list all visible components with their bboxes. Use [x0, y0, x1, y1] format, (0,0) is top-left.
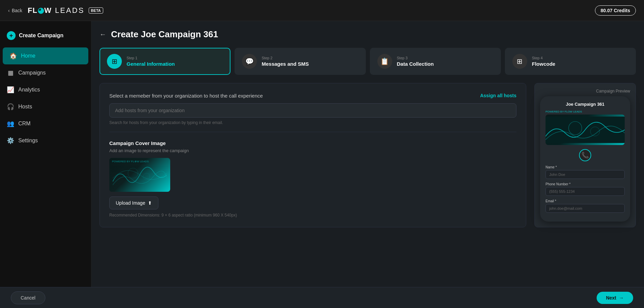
top-header: ‹ Back FL◕W LEADS BETA 80.07 Credits [0, 0, 644, 21]
svg-point-1 [143, 173, 150, 180]
back-label: Back [12, 8, 22, 13]
preview-cover-image [546, 115, 625, 145]
analytics-icon: 📈 [7, 86, 14, 94]
step-card-3[interactable]: 📋 Step 3 Data Collection [370, 48, 501, 75]
main-layout: + Create Campaign 🏠 Home ▦ Campaigns 📈 A… [0, 21, 644, 287]
sidebar-item-settings-label: Settings [18, 138, 38, 144]
preview-phone-input: (555) 555-1234 [546, 187, 625, 196]
upload-icon: ⬆ [148, 200, 152, 206]
assign-all-hosts-button[interactable]: Assign all hosts [480, 93, 516, 98]
next-arrow-icon: → [619, 295, 624, 301]
form-section: Select a memeber from your organization … [99, 83, 526, 227]
plus-icon: + [7, 31, 16, 40]
preview-name-input: John Doe [546, 170, 625, 179]
preview-powered-by: POWERED BY FLOW LEADS [546, 110, 625, 113]
hosts-icon: 🎧 [7, 103, 14, 110]
preview-phone-label: Phone Number * [546, 182, 625, 186]
form-preview-row: Select a memeber from your organization … [99, 83, 636, 227]
sidebar-item-home[interactable]: 🏠 Home [3, 47, 88, 64]
cover-image-title: Campaign Cover Image [109, 140, 516, 146]
sidebar-item-home-label: Home [21, 53, 36, 59]
next-label: Next [606, 295, 616, 301]
step3-info: Step 3 Data Collection [397, 56, 434, 67]
next-button[interactable]: Next → [597, 292, 633, 304]
preview-name-label: Name * [546, 165, 625, 169]
preview-email-label: Email * [546, 199, 625, 203]
sidebar-item-crm[interactable]: 👥 CRM [0, 115, 91, 132]
host-section-title-row: Select a memeber from your organization … [109, 93, 516, 99]
step1-label: Step 1 [127, 56, 175, 60]
create-campaign-label: Create Campaign [19, 33, 64, 39]
sidebar-nav: 🏠 Home ▦ Campaigns 📈 Analytics 🎧 Hosts 👥… [0, 47, 91, 149]
page-title: Create Joe Campaign 361 [111, 29, 218, 40]
sidebar-item-hosts-label: Hosts [18, 104, 32, 110]
step-card-1[interactable]: ⊞ Step 1 General Information [99, 48, 230, 75]
sidebar: + Create Campaign 🏠 Home ▦ Campaigns 📈 A… [0, 21, 91, 287]
sidebar-item-analytics-label: Analytics [18, 87, 40, 93]
bottom-bar: Cancel Next → [0, 287, 644, 308]
section-divider [109, 132, 516, 132]
step4-info: Step 4 Flowcode [532, 56, 555, 67]
preview-campaign-name: Joe Campaign 361 [546, 102, 625, 107]
logo-leads: LEADS [55, 6, 84, 15]
host-hint: Search for hosts from your organization … [109, 120, 516, 125]
campaigns-icon: ▦ [7, 69, 14, 77]
step2-info: Step 2 Messages and SMS [262, 56, 309, 67]
host-section-desc: Select a memeber from your organization … [109, 93, 263, 99]
crm-icon: 👥 [7, 120, 14, 127]
host-search-input[interactable] [109, 103, 516, 118]
create-campaign-button[interactable]: + Create Campaign [0, 26, 91, 45]
step-card-2[interactable]: 💬 Step 2 Messages and SMS [235, 48, 365, 75]
cover-image-desc: Add an image to represent the campaign [109, 148, 516, 153]
chevron-left-icon: ‹ [8, 8, 10, 13]
step4-title: Flowcode [532, 61, 555, 67]
back-arrow-button[interactable]: ← [99, 30, 106, 38]
sidebar-item-hosts[interactable]: 🎧 Hosts [0, 98, 91, 115]
credits-badge: 80.07 Credits [595, 5, 636, 16]
step4-icon: ⊞ [512, 54, 527, 69]
sidebar-item-analytics[interactable]: 📈 Analytics [0, 81, 91, 98]
sidebar-item-crm-label: CRM [18, 121, 30, 127]
preview-cover-svg [546, 116, 625, 143]
step1-icon: ⊞ [107, 54, 122, 69]
recommended-dimensions: Recommended Dimensions: 9 × 6 aspect rat… [109, 213, 516, 218]
cover-image-bg: POWERED BY FL⊕W LEADS [109, 158, 170, 192]
step1-title: General Information [127, 61, 175, 67]
step2-icon: 💬 [242, 54, 257, 69]
preview-label: Campaign Preview [540, 89, 630, 94]
upload-image-label: Upload Image [116, 200, 145, 206]
main-content: ← Create Joe Campaign 361 ⊞ Step 1 Gener… [91, 21, 644, 287]
preview-field-email: Email * john.doe@mail.com [546, 199, 625, 213]
step2-label: Step 2 [262, 56, 309, 60]
preview-panel: Campaign Preview Joe Campaign 361 POWERE… [534, 83, 636, 227]
upload-image-button[interactable]: Upload Image ⬆ [109, 197, 158, 209]
cover-image-preview: POWERED BY FL⊕W LEADS [109, 158, 170, 192]
sidebar-item-settings[interactable]: ⚙️ Settings [0, 132, 91, 149]
step-card-4[interactable]: ⊞ Step 4 Flowcode [505, 48, 636, 75]
back-button[interactable]: ‹ Back [8, 8, 22, 13]
settings-icon: ⚙️ [7, 137, 14, 144]
preview-field-phone: Phone Number * (555) 555-1234 [546, 182, 625, 196]
logo-beta: BETA [89, 7, 103, 14]
logo-flow: FL◕W [28, 6, 52, 15]
preview-phone: Joe Campaign 361 POWERED BY FLOW LEADS [540, 96, 630, 222]
page-title-row: ← Create Joe Campaign 361 [99, 29, 636, 40]
svg-point-0 [128, 168, 138, 178]
step4-label: Step 4 [532, 56, 555, 60]
preview-field-name: Name * John Doe [546, 165, 625, 179]
logo: FL◕W LEADS BETA [28, 6, 103, 15]
steps-row: ⊞ Step 1 General Information 💬 Step 2 Me… [99, 48, 636, 75]
preview-phone-frame: Campaign Preview Joe Campaign 361 POWERE… [534, 83, 636, 227]
preview-email-input: john.doe@mail.com [546, 204, 625, 213]
cover-wave-svg [113, 161, 167, 188]
step3-title: Data Collection [397, 61, 434, 67]
sidebar-item-campaigns[interactable]: ▦ Campaigns [0, 64, 91, 81]
step1-info: Step 1 General Information [127, 56, 175, 67]
step2-title: Messages and SMS [262, 61, 309, 67]
step3-icon: 📋 [377, 54, 392, 69]
home-icon: 🏠 [9, 52, 17, 60]
header-left: ‹ Back FL◕W LEADS BETA [8, 6, 103, 15]
cancel-button[interactable]: Cancel [11, 291, 45, 304]
preview-phone-call-icon: 📞 [579, 149, 591, 161]
sidebar-item-campaigns-label: Campaigns [18, 70, 46, 76]
